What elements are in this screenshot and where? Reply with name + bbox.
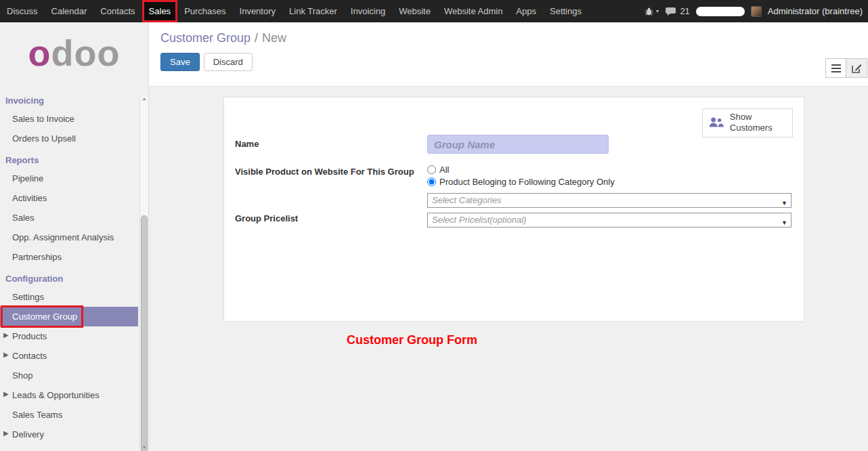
sidebar-item-shop[interactable]: Shop [0, 366, 148, 385]
expand-caret-icon: ▶ [3, 331, 9, 339]
sidebar-item-products[interactable]: ▶ Products [0, 326, 148, 346]
show-customers-label: Show Customers [730, 112, 787, 134]
group-pricelist-label: Group Pricelist [235, 213, 298, 223]
avatar[interactable] [751, 6, 762, 17]
save-button[interactable]: Save [160, 53, 200, 71]
breadcrumb-current: New [262, 31, 286, 45]
expand-caret-icon: ▶ [3, 351, 9, 358]
menu-purchases[interactable]: Purchases [177, 0, 232, 22]
radio-all-input[interactable] [427, 165, 436, 174]
section-configuration: Configuration [0, 267, 148, 287]
section-reports: Reports [0, 148, 148, 169]
debug-bug-icon[interactable]: ▼ [645, 7, 659, 16]
menu-inventory[interactable]: Inventory [233, 0, 282, 22]
sidebar-item-sales-to-invoice[interactable]: Sales to Invoice [0, 109, 148, 129]
breadcrumb-separator: / [255, 31, 258, 45]
sidebar-item-orders-to-upsell[interactable]: Orders to Upsell [0, 129, 148, 148]
annotation-caption: Customer Group Form [347, 333, 477, 347]
menu-invoicing[interactable]: Invoicing [344, 0, 392, 22]
main-content: Show Customers Name Visible Product on W… [149, 87, 868, 451]
sidebar-item-customer-group[interactable]: Customer Group [0, 307, 138, 326]
radio-category-only[interactable]: Product Beloging to Following Category O… [427, 177, 615, 187]
menu-website[interactable]: Website [392, 0, 437, 22]
sidebar-item-sales[interactable]: Sales [0, 208, 148, 228]
discard-button[interactable]: Discard [204, 53, 253, 71]
visible-product-radio-group: All Product Beloging to Following Catego… [427, 165, 615, 189]
form-view-button[interactable] [846, 58, 867, 78]
menu-calendar[interactable]: Calendar [45, 0, 94, 22]
select-categories-dropdown[interactable]: Select Categories ▼ [427, 193, 791, 208]
action-buttons: Save Discard [149, 45, 868, 71]
sidebar-item-leads-opportunities[interactable]: ▶ Leads & Opportunities [0, 385, 148, 405]
sidebar-item-settings[interactable]: Settings [0, 287, 148, 307]
sidebar-item-partnerships[interactable]: Partnerships [0, 247, 148, 267]
radio-category-input[interactable] [427, 177, 436, 186]
expand-caret-icon: ▶ [3, 390, 9, 398]
menu-settings[interactable]: Settings [543, 0, 588, 22]
expand-caret-icon: ▶ [3, 429, 9, 437]
view-switcher [825, 58, 867, 78]
select-pricelist-placeholder: Select Pricelist(optional) [432, 215, 526, 225]
user-menu[interactable]: Administrator (braintree) [768, 6, 863, 16]
group-name-input[interactable] [427, 135, 609, 154]
sidebar-item-contacts[interactable]: ▶ Contacts [0, 346, 148, 366]
list-view-button[interactable] [825, 58, 846, 78]
chevron-down-icon: ▼ [655, 9, 659, 14]
topbar-systray: ▼ 21 Administrator (braintree) [645, 0, 868, 22]
edit-form-icon [852, 64, 862, 73]
menu-link-tracker[interactable]: Link Tracker [282, 0, 344, 22]
menu-apps[interactable]: Apps [509, 0, 543, 22]
name-label: Name [235, 139, 259, 149]
sidebar-item-sales-teams[interactable]: Sales Teams [0, 405, 148, 425]
sidebar-item-activities[interactable]: Activities [0, 188, 148, 208]
chevron-down-icon: ▼ [781, 216, 787, 230]
radio-all-label: All [439, 165, 449, 175]
scroll-down-icon[interactable]: ▼ [140, 445, 148, 450]
content-header: Customer Group/New Save Discard [149, 22, 868, 87]
sidebar: odoo Invoicing Sales to Invoice Orders t… [0, 22, 149, 451]
menu-sales[interactable]: Sales [142, 0, 178, 22]
customer-group-form: Show Customers Name Visible Product on W… [223, 97, 804, 322]
chevron-down-icon: ▼ [781, 196, 787, 210]
radio-all[interactable]: All [427, 165, 615, 175]
scrollbar-thumb[interactable] [141, 215, 148, 451]
sidebar-nav: Invoicing Sales to Invoice Orders to Ups… [0, 89, 148, 444]
messages-count: 21 [680, 6, 689, 16]
sidebar-item-opp-assignment-analysis[interactable]: Opp. Assignment Analysis [0, 228, 148, 247]
scroll-up-icon[interactable]: ▲ [140, 96, 148, 101]
breadcrumb-customer-group-link[interactable]: Customer Group [160, 31, 251, 45]
sidebar-item-delivery[interactable]: ▶ Delivery [0, 425, 148, 444]
customers-group-icon [708, 115, 724, 130]
messages-icon[interactable]: 21 [666, 6, 689, 16]
sidebar-scrollbar[interactable]: ▲ ▼ [139, 95, 148, 451]
menu-discuss[interactable]: Discuss [0, 0, 45, 22]
menu-website-admin[interactable]: Website Admin [437, 0, 509, 22]
sidebar-item-pipeline[interactable]: Pipeline [0, 169, 148, 188]
radio-category-label: Product Beloging to Following Category O… [439, 177, 615, 187]
select-categories-placeholder: Select Categories [432, 195, 502, 205]
top-navbar: Discuss Calendar Contacts Sales Purchase… [0, 0, 868, 22]
select-pricelist-dropdown[interactable]: Select Pricelist(optional) ▼ [427, 213, 791, 228]
breadcrumb: Customer Group/New [149, 22, 868, 45]
visible-product-label: Visible Product on Website For This Grou… [235, 167, 414, 177]
odoo-logo: odoo [0, 22, 148, 77]
show-customers-button[interactable]: Show Customers [702, 108, 793, 137]
status-pill-indicator[interactable] [696, 7, 745, 16]
menu-contacts[interactable]: Contacts [93, 0, 142, 22]
section-invoicing: Invoicing [0, 89, 148, 109]
list-icon [831, 64, 841, 72]
